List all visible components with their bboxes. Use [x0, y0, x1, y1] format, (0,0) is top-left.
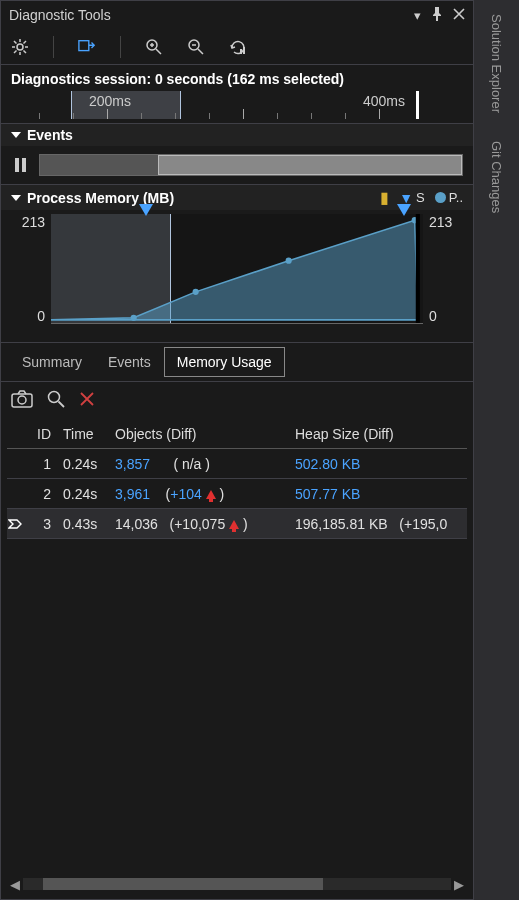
tab-summary[interactable]: Summary — [9, 347, 95, 377]
pin-icon[interactable] — [431, 7, 443, 24]
col-id[interactable]: ID — [23, 426, 57, 442]
side-tab-git-changes[interactable]: Git Changes — [487, 137, 506, 217]
scroll-thumb[interactable] — [43, 878, 323, 890]
svg-point-0 — [17, 44, 23, 50]
snapshot-table: ID Time Objects (Diff) Heap Size (Diff) … — [7, 419, 467, 871]
yaxis-right: 213 0 — [423, 214, 463, 324]
scroll-right-icon[interactable]: ▶ — [451, 877, 467, 892]
table-header: ID Time Objects (Diff) Heap Size (Diff) — [7, 419, 467, 449]
col-heap[interactable]: Heap Size (Diff) — [289, 426, 467, 442]
svg-line-8 — [14, 50, 17, 53]
cell-id: 2 — [23, 486, 57, 502]
objects-link[interactable]: 3,857 — [115, 456, 150, 472]
horizontal-scrollbar[interactable]: ◀ ▶ — [7, 875, 467, 893]
cell-time: 0.24s — [57, 486, 109, 502]
delete-button[interactable] — [79, 391, 95, 410]
tabstrip: Summary Events Memory Usage — [1, 347, 473, 377]
scroll-track[interactable] — [23, 878, 451, 890]
events-section-header[interactable]: Events — [1, 123, 473, 146]
collapse-icon — [11, 132, 21, 138]
snapshot-toolbar — [1, 381, 473, 419]
close-icon[interactable] — [453, 8, 465, 23]
svg-point-19 — [131, 315, 137, 321]
scroll-left-icon[interactable]: ◀ — [7, 877, 23, 892]
svg-point-25 — [18, 396, 26, 404]
memory-chart: 213 0 213 0 — [11, 214, 463, 324]
window-title: Diagnostic Tools — [9, 7, 414, 23]
snapshot-marker-icon — [397, 204, 411, 216]
svg-line-6 — [24, 50, 27, 53]
svg-rect-9 — [79, 40, 89, 50]
memory-area — [51, 214, 423, 323]
separator — [53, 36, 54, 58]
table-row[interactable]: 2 0.24s 3,961 (+104 ) 507.77 KB — [7, 479, 467, 509]
diff-close: ) — [243, 516, 248, 532]
legend-snapshot-icon: ▮ — [380, 188, 389, 207]
zoom-in-button[interactable] — [145, 38, 163, 56]
cell-id: 1 — [23, 456, 57, 472]
pause-button[interactable] — [11, 156, 29, 174]
zoom-out-button[interactable] — [187, 38, 205, 56]
diff-close: ) — [220, 486, 225, 502]
cell-heap: 502.80 KB — [289, 456, 467, 472]
yaxis-max-r: 213 — [429, 214, 452, 230]
svg-rect-17 — [240, 49, 242, 54]
table-row[interactable]: 1 0.24s 3,857 ( n/a ) 502.80 KB — [7, 449, 467, 479]
yaxis-max: 213 — [22, 214, 45, 230]
table-empty-area — [7, 539, 467, 871]
events-bar[interactable] — [39, 154, 463, 176]
yaxis-left: 213 0 — [11, 214, 51, 324]
cell-time: 0.24s — [57, 456, 109, 472]
heap-link[interactable]: 507.77 KB — [295, 486, 360, 502]
table-row[interactable]: 3 0.43s 14,036 (+10,075 ) 196,185.81 KB … — [7, 509, 467, 539]
tab-memory-usage[interactable]: Memory Usage — [164, 347, 285, 377]
col-time[interactable]: Time — [57, 426, 109, 442]
diagnostic-tools-panel: Diagnostic Tools ▾ Diagn — [0, 0, 474, 900]
legend-p: P.. — [435, 190, 463, 205]
objects-link[interactable]: 3,961 — [115, 486, 150, 502]
cell-objects: 3,857 ( n/a ) — [109, 456, 289, 472]
timeline-ruler[interactable]: 200ms 400ms — [11, 91, 463, 119]
events-track — [11, 150, 463, 180]
heap-diff: (+195,0 — [399, 516, 447, 532]
svg-rect-23 — [416, 214, 420, 323]
events-header-label: Events — [27, 127, 73, 143]
reset-zoom-button[interactable] — [229, 38, 247, 56]
col-objects[interactable]: Objects (Diff) — [109, 426, 289, 442]
objects-diff: ( n/a ) — [173, 456, 210, 472]
svg-rect-18 — [243, 47, 245, 54]
snapshot-marker-icon — [139, 204, 153, 216]
yaxis-min-r: 0 — [429, 308, 437, 324]
title-bar: Diagnostic Tools ▾ — [1, 1, 473, 29]
svg-line-5 — [14, 41, 17, 44]
heap-value: 196,185.81 KB — [295, 516, 388, 532]
toolbar — [1, 29, 473, 65]
memory-legend: ▮ ▼ S P.. — [380, 188, 463, 207]
select-range-button[interactable] — [78, 38, 96, 56]
settings-button[interactable] — [11, 38, 29, 56]
cell-heap: 507.77 KB — [289, 486, 467, 502]
side-tab-well: Solution Explorer Git Changes — [474, 0, 519, 900]
objects-diff-link[interactable]: +104 — [170, 486, 202, 502]
svg-line-27 — [59, 402, 65, 408]
dropdown-icon[interactable]: ▾ — [414, 8, 421, 23]
tab-events[interactable]: Events — [95, 347, 164, 377]
increase-icon — [206, 490, 216, 499]
window-actions: ▾ — [414, 7, 465, 24]
side-tab-solution-explorer[interactable]: Solution Explorer — [487, 10, 506, 117]
svg-point-21 — [286, 258, 292, 264]
svg-point-20 — [193, 289, 199, 295]
current-row-icon — [7, 518, 23, 530]
ruler-label: 200ms — [89, 93, 131, 109]
cell-heap: 196,185.81 KB (+195,0 — [289, 516, 467, 532]
cell-objects: 3,961 (+104 ) — [109, 486, 289, 502]
svg-line-11 — [156, 49, 161, 54]
yaxis-min: 0 — [37, 308, 45, 324]
take-snapshot-button[interactable] — [11, 390, 33, 411]
search-button[interactable] — [47, 390, 65, 411]
tabstrip-area: Summary Events Memory Usage — [1, 342, 473, 377]
heap-link[interactable]: 502.80 KB — [295, 456, 360, 472]
svg-line-7 — [24, 41, 27, 44]
memory-plot[interactable] — [51, 214, 423, 324]
objects-value: 14,036 — [115, 516, 158, 532]
